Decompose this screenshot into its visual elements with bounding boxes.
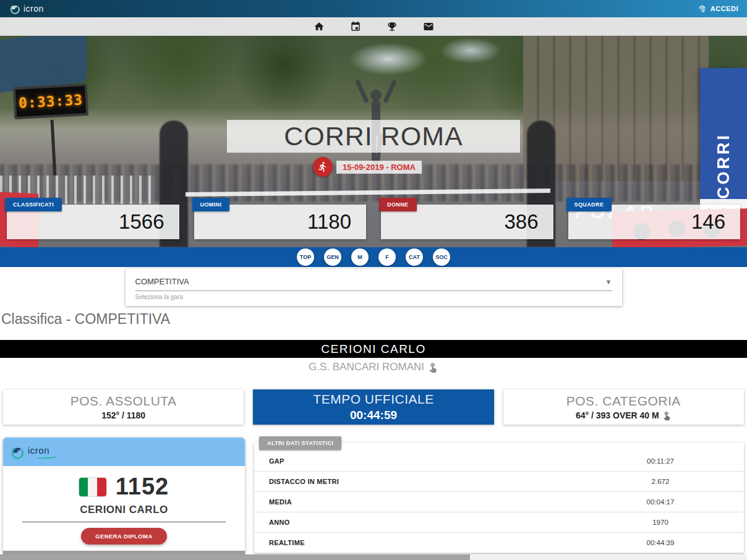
nav-calendar-button[interactable] [346,19,365,35]
page-title: Classifica - COMPETITIVA [1,311,747,328]
table-row: REALTIME 00:44:39 [254,533,744,553]
stats-table-card: ALTRI DATI STATISTICI GAP 00:11:27 DISTA… [254,443,744,553]
row-value: 00:44:39 [577,539,744,546]
stat-value: 1566 [119,210,164,234]
card-value: 00:44:59 [350,409,397,422]
race-clock-time: 0:33:33 [18,91,83,111]
bib-card: icron 1152 CERIONI CARLO GENERA DIPLOMA … [3,438,245,560]
navbar [0,17,747,36]
athlete-detail-section: icron 1152 CERIONI CARLO GENERA DIPLOMA … [3,438,744,560]
italy-flag-icon [79,478,106,496]
brand-logo[interactable]: icron [9,2,44,15]
bib-number: 1152 [116,473,169,500]
home-icon [314,21,325,32]
divider [22,522,225,522]
row-label: GAP [269,457,577,465]
card-pos-assoluta: POS. ASSOLUTA 152° / 1180 [3,389,244,425]
stat-badge: SQUADRE [566,198,612,211]
horizontal-scrollbar [0,554,747,560]
race-clock: 0:33:33 [13,83,89,119]
fingerprint-icon [698,4,707,14]
nav-home-button[interactable] [310,19,328,35]
icron-spiral-icon [9,444,25,460]
nav-contact-button[interactable] [419,19,438,35]
topbar: icron ACCEDI [0,0,747,17]
trophy-icon [386,21,398,32]
table-row: ANNO 1970 [254,512,744,533]
mail-icon [423,21,434,32]
filter-f-button[interactable]: F [378,248,396,266]
stat-box-squadre: SQUADRE 146 [568,205,741,239]
race-select-value: COMPETITIVA [135,277,189,286]
result-cards-row: POS. ASSOLUTA 152° / 1180 TEMPO UFFICIAL… [3,389,744,425]
touch-icon [427,362,438,373]
row-value: 1970 [577,519,744,526]
stat-box-classificati: CLASSIFICATI 1566 [7,205,179,239]
row-label: REALTIME [269,539,577,546]
row-value: 00:11:27 [577,457,744,465]
row-value: 2.672 [577,478,744,485]
bib-card-body: 1152 CERIONI CARLO GENERA DIPLOMA [3,466,245,551]
bib-card-header: icron [3,438,245,466]
stat-badge: UOMINI [192,198,230,211]
brand-name: icron [23,4,44,14]
card-tempo-ufficiale: TEMPO UFFICIALE 00:44:59 [253,389,493,425]
card-title: TEMPO UFFICIALE [313,392,433,407]
athlete-name-bar: CERIONI CARLO [0,340,747,358]
login-button[interactable]: ACCEDI [698,4,738,14]
card-title: POS. CATEGORIA [566,394,681,409]
card-value: 152° / 1180 [101,410,145,420]
scrollbar-thumb[interactable] [0,554,470,560]
row-label: DISTACCO IN METRI [269,478,577,485]
athlete-team-link[interactable]: G.S. BANCARI ROMANI [0,361,747,373]
stat-value: 386 [504,210,538,234]
bib-athlete-name: CERIONI CARLO [3,504,245,516]
touch-icon [662,410,672,420]
icron-spiral-icon [9,2,21,15]
race-select[interactable]: COMPETITIVA ▼ [135,277,612,291]
table-row: DISTACCO IN METRI 2.672 [254,472,744,492]
stat-value: 1180 [307,210,351,234]
filter-soc-button[interactable]: SOC [433,248,450,266]
event-title: CORRI ROMA [284,121,463,151]
stat-value: 146 [691,210,725,234]
card-pos-categoria[interactable]: POS. CATEGORIA 64° / 393 OVER 40 M [503,389,744,425]
stat-badge: CLASSIFICATI [5,198,62,211]
chevron-down-icon: ▼ [605,278,612,286]
genera-diploma-button[interactable]: GENERA DIPLOMA [81,528,166,545]
stat-badge: DONNE [379,198,417,211]
login-label: ACCEDI [711,5,738,12]
hero-stats-row: CLASSIFICATI 1566 UOMINI 1180 DONNE 386 … [7,205,740,239]
hero-banner: CORRI POLAR 0:33:33 CORRI ROMA 15-09-201… [0,36,747,247]
race-select-card: COMPETITIVA ▼ Seleziona la gara [126,269,622,306]
nav-results-button[interactable] [383,19,401,35]
runner-badge-icon [313,157,333,177]
filter-top-button[interactable]: TOP [297,248,314,266]
filter-m-button[interactable]: M [351,248,369,266]
table-row: GAP 00:11:27 [254,451,744,472]
row-value: 00:04:17 [577,498,744,506]
stat-box-uomini: UOMINI 1180 [194,205,367,239]
athlete-team-name: G.S. BANCARI ROMANI [309,361,424,373]
filter-bar: TOP GEN M F CAT SOC [0,247,747,267]
row-label: MEDIA [269,498,577,506]
table-row: MEDIA 00:04:17 [254,492,744,512]
filter-cat-button[interactable]: CAT [406,248,423,266]
bib-card-brand: icron [28,445,58,459]
card-title: POS. ASSOLUTA [70,394,177,409]
filter-gen-button[interactable]: GEN [324,248,341,266]
event-title-band: CORRI ROMA [227,120,520,153]
stat-box-donne: DONNE 386 [381,205,553,239]
calendar-icon [350,21,361,32]
stats-table-badge: ALTRI DATI STATISTICI [259,436,341,450]
race-select-helper: Seleziona la gara [135,294,612,300]
row-label: ANNO [269,519,577,526]
event-date-location: 15-09-2019 - ROMA [336,161,422,174]
card-value: 64° / 393 OVER 40 M [576,410,672,420]
